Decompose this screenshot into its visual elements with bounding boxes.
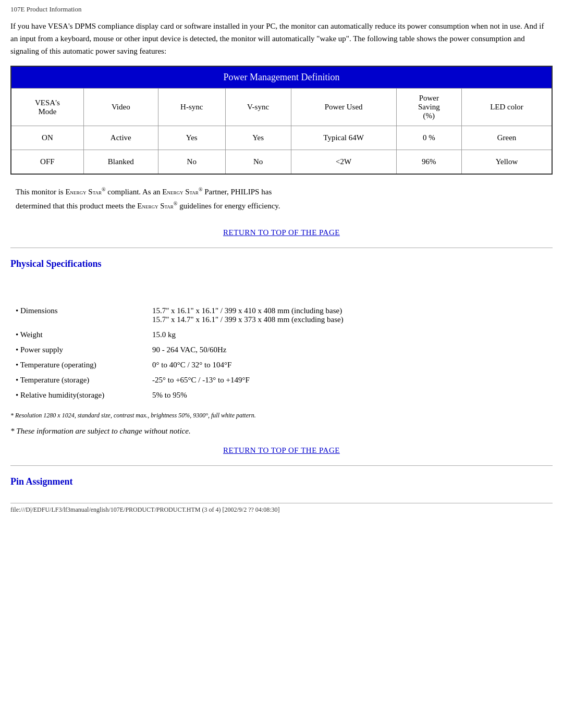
spec-label-temp-operating: • Temperature (operating) — [11, 358, 147, 372]
cell-led-yellow: Yellow — [461, 150, 552, 175]
table-title-row: Power Management Definition — [11, 66, 552, 89]
cell-video-active: Active — [83, 126, 158, 150]
cell-vsync-no: No — [225, 150, 291, 175]
spec-label-weight: • Weight — [11, 328, 147, 342]
col-header-vsync: V-sync — [225, 89, 291, 126]
spec-value-temp-operating: 0° to 40°C / 32° to 104°F — [148, 358, 552, 372]
section-divider-1 — [10, 248, 553, 248]
cell-video-blanked: Blanked — [83, 150, 158, 175]
change-notice: * These information are subject to chang… — [10, 427, 553, 436]
spec-value-temp-storage: -25° to +65°C / -13° to +149°F — [148, 373, 552, 387]
page-title: 107E Product Information — [10, 5, 553, 14]
cell-power-used-2w: <2W — [291, 150, 396, 175]
spec-label-dimensions: • Dimensions — [11, 304, 147, 327]
cell-power-used-typical: Typical 64W — [291, 126, 396, 150]
energy-star-brand-2: Energy Star — [162, 188, 199, 196]
spec-row-humidity: • Relative humidity(storage) 5% to 95% — [11, 388, 552, 402]
spec-label-power-supply: • Power supply — [11, 343, 147, 357]
cell-hsync-no: No — [158, 150, 225, 175]
cell-power-saving-0: 0 % — [396, 126, 461, 150]
physical-specs-heading: Physical Specifications — [10, 258, 553, 269]
return-link-container-2: RETURN TO TOP OF THE PAGE — [10, 446, 553, 455]
intro-paragraph: If you have VESA's DPMS compliance displ… — [10, 20, 553, 57]
col-header-led-color: LED color — [461, 89, 552, 126]
spec-row-temp-operating: • Temperature (operating) 0° to 40°C / 3… — [11, 358, 552, 372]
energy-star-brand-1: Energy Star — [65, 188, 102, 196]
spec-label-humidity: • Relative humidity(storage) — [11, 388, 147, 402]
power-management-table: Power Management Definition VESA'sMode V… — [10, 66, 553, 175]
spec-row-temp-storage: • Temperature (storage) -25° to +65°C / … — [11, 373, 552, 387]
col-header-power-saving: PowerSaving(%) — [396, 89, 461, 126]
return-to-top-link-1[interactable]: RETURN TO TOP OF THE PAGE — [223, 228, 340, 237]
spec-value-humidity: 5% to 95% — [148, 388, 552, 402]
spec-label-temp-storage: • Temperature (storage) — [11, 373, 147, 387]
table-column-headers: VESA'sMode Video H-sync V-sync Power Use… — [11, 89, 552, 126]
energy-star-brand-3: Energy Star — [137, 202, 174, 210]
section-divider-2 — [10, 465, 553, 466]
return-link-container-1: RETURN TO TOP OF THE PAGE — [10, 228, 553, 237]
cell-mode-off: OFF — [11, 150, 83, 175]
specs-footnote: * Resolution 1280 x 1024, standard size,… — [10, 412, 553, 419]
spec-value-dimensions: 15.7" x 16.1" x 16.1" / 399 x 410 x 408 … — [148, 304, 552, 327]
spec-row-dimensions: • Dimensions 15.7" x 16.1" x 16.1" / 399… — [11, 304, 552, 327]
cell-mode-on: ON — [11, 126, 83, 150]
specs-table: • Dimensions 15.7" x 16.1" x 16.1" / 399… — [10, 303, 553, 403]
col-header-video: Video — [83, 89, 158, 126]
cell-led-green: Green — [461, 126, 552, 150]
col-header-power-used: Power Used — [291, 89, 396, 126]
return-to-top-link-2[interactable]: RETURN TO TOP OF THE PAGE — [223, 446, 340, 454]
spec-value-power-supply: 90 - 264 VAC, 50/60Hz — [148, 343, 552, 357]
cell-vsync-yes: Yes — [225, 126, 291, 150]
col-header-hsync: H-sync — [158, 89, 225, 126]
energy-star-paragraph: This monitor is Energy Star® compliant. … — [10, 185, 553, 213]
table-row-on: ON Active Yes Yes Typical 64W 0 % Green — [11, 126, 552, 150]
philips-brand: PHILIPS — [230, 188, 259, 196]
pin-assignment-heading: Pin Assignment — [10, 476, 553, 487]
cell-hsync-yes: Yes — [158, 126, 225, 150]
col-header-mode: VESA'sMode — [11, 89, 83, 126]
status-bar: file:///D|/EDFU/LF3/lf3manual/english/10… — [10, 503, 553, 514]
table-title: Power Management Definition — [11, 66, 552, 89]
cell-power-saving-96: 96% — [396, 150, 461, 175]
spec-row-weight: • Weight 15.0 kg — [11, 328, 552, 342]
spec-value-weight: 15.0 kg — [148, 328, 552, 342]
spec-row-power-supply: • Power supply 90 - 264 VAC, 50/60Hz — [11, 343, 552, 357]
table-row-off: OFF Blanked No No <2W 96% Yellow — [11, 150, 552, 175]
